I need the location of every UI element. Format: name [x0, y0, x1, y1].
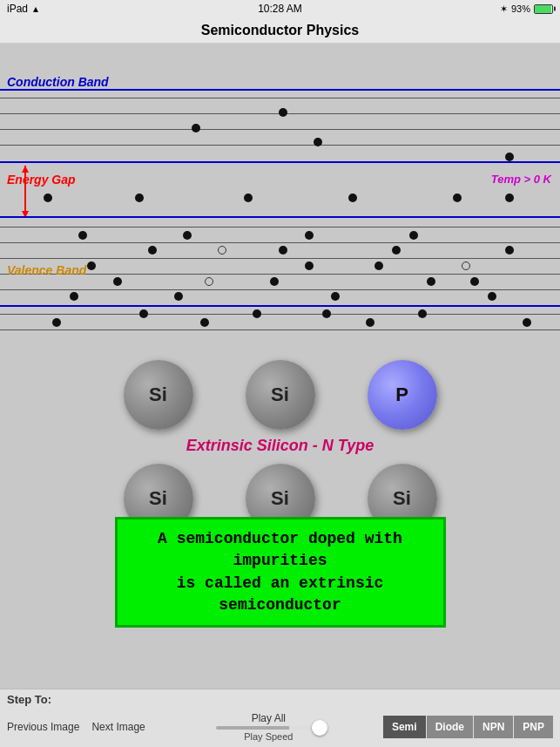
dot-vb4 [409, 231, 418, 240]
extrinsic-label: Extrinsic Silicon - N Type [0, 437, 560, 455]
dot-vb2 [183, 231, 192, 240]
status-bar: iPad ▴ 10:28 AM ✶ 93% [0, 0, 560, 17]
atom-si-2: Si [246, 360, 315, 430]
info-line-1: A semiconductor doped with impurities [133, 528, 428, 572]
atom-si-4-label: Si [271, 487, 289, 510]
band-line-1 [0, 98, 560, 98]
atom-si-5-label: Si [393, 487, 411, 510]
dot-vb12 [113, 277, 122, 286]
atom-p-label: P [395, 384, 408, 406]
atom-p: P [368, 360, 437, 430]
next-image-button[interactable]: Next Image [91, 721, 145, 733]
carrier-label: iPad [7, 3, 28, 15]
dot-vb24 [52, 318, 61, 327]
energy-gap-label: Energy Gap [7, 173, 76, 187]
atom-si-1-label: Si [149, 384, 167, 406]
dot-vb20 [139, 309, 148, 318]
step-row: Step To: [0, 689, 560, 706]
atom-si-3-label: Si [149, 487, 167, 510]
dot-vb11 [374, 261, 383, 270]
status-time: 10:28 AM [258, 3, 302, 15]
dot-vb19 [488, 292, 496, 301]
valence-line-7 [0, 329, 560, 330]
temp-label: Temp > 0 K [491, 173, 551, 186]
dot-vb7 [392, 246, 401, 255]
valence-line-1 [0, 227, 560, 227]
atom-row-top: Si Si P [0, 360, 560, 430]
valence-line-2 [0, 242, 560, 243]
mode-buttons: Semi Diode NPN PNP [383, 716, 553, 738]
dot-vb3 [305, 231, 314, 240]
dot-v1 [44, 194, 52, 202]
play-all-label: Play All [252, 712, 286, 724]
dot-vb16 [70, 292, 78, 301]
dot-vb18 [331, 292, 340, 301]
dot-vb9 [87, 261, 96, 270]
conduction-band-label: Conduction Band [7, 75, 109, 89]
hole-2 [462, 261, 470, 270]
dot-vb22 [322, 309, 331, 318]
slider-thumb[interactable] [312, 720, 327, 736]
dot-c3 [314, 138, 322, 146]
band-diagram: Conduction Band Energy Gap Temp > 0 K Va… [0, 44, 560, 340]
conduction-band-line-top [0, 89, 560, 91]
dot-vb8 [505, 246, 514, 255]
valence-band-label: Valence Band [7, 263, 86, 277]
dot-vb27 [523, 318, 531, 327]
status-left: iPad ▴ [7, 3, 38, 15]
valence-line-5 [0, 289, 560, 290]
valence-line-6 [0, 314, 560, 315]
battery-percent: 93% [511, 3, 530, 14]
atom-si-1: Si [124, 360, 193, 430]
title-bar: Semiconductor Physics [0, 17, 560, 44]
dot-vb25 [200, 318, 209, 327]
energy-gap-line-top [0, 161, 560, 163]
dot-vb15 [470, 277, 479, 286]
dot-c2 [192, 124, 200, 132]
dot-vb6 [279, 246, 287, 255]
atom-si-2-label: Si [271, 384, 289, 406]
energy-arrow [24, 166, 26, 218]
dot-vb13 [270, 277, 279, 286]
dot-vb23 [418, 309, 427, 318]
dot-c4 [505, 153, 514, 161]
hole-3 [205, 277, 213, 286]
slider-row [216, 726, 320, 730]
previous-image-button[interactable]: Previous Image [7, 721, 79, 733]
energy-gap-line-bottom [0, 216, 560, 218]
dot-v5 [453, 194, 462, 202]
play-speed-label: Play Speed [244, 731, 293, 742]
info-line-2: is called an extrinsic semiconductor [133, 573, 428, 616]
battery-icon [534, 4, 553, 14]
dot-v3 [244, 194, 253, 202]
info-box: A semiconductor doped with impurities is… [115, 517, 446, 628]
page-title: Semiconductor Physics [201, 23, 359, 38]
wifi-icon: ▴ [33, 3, 38, 15]
play-area: Play All Play Speed [159, 712, 378, 742]
dot-vb21 [253, 309, 261, 318]
main-content: Conduction Band Energy Gap Temp > 0 K Va… [0, 44, 560, 689]
dot-vb17 [174, 292, 183, 301]
hole-1 [218, 246, 226, 255]
dot-v4 [348, 194, 357, 202]
nav-row: Previous Image Next Image Play All Play … [0, 706, 560, 747]
step-label: Step To: [7, 693, 51, 706]
mode-semi-button[interactable]: Semi [383, 716, 426, 738]
bluetooth-icon: ✶ [500, 3, 508, 15]
dot-vb14 [427, 277, 435, 286]
dot-c1 [279, 108, 287, 117]
dot-vb1 [78, 231, 87, 240]
mode-diode-button[interactable]: Diode [427, 716, 473, 738]
play-speed-slider[interactable] [216, 726, 320, 730]
valence-line-3 [0, 258, 560, 259]
dot-vb5 [148, 246, 157, 255]
band-line-3 [0, 129, 560, 130]
band-line-4 [0, 145, 560, 146]
mode-npn-button[interactable]: NPN [474, 716, 513, 738]
dot-v6 [505, 194, 514, 202]
mode-pnp-button[interactable]: PNP [514, 716, 553, 738]
dot-vb26 [366, 318, 374, 327]
dot-v2 [135, 194, 144, 202]
valence-band-line-bottom [0, 305, 560, 307]
status-right: ✶ 93% [500, 3, 553, 15]
